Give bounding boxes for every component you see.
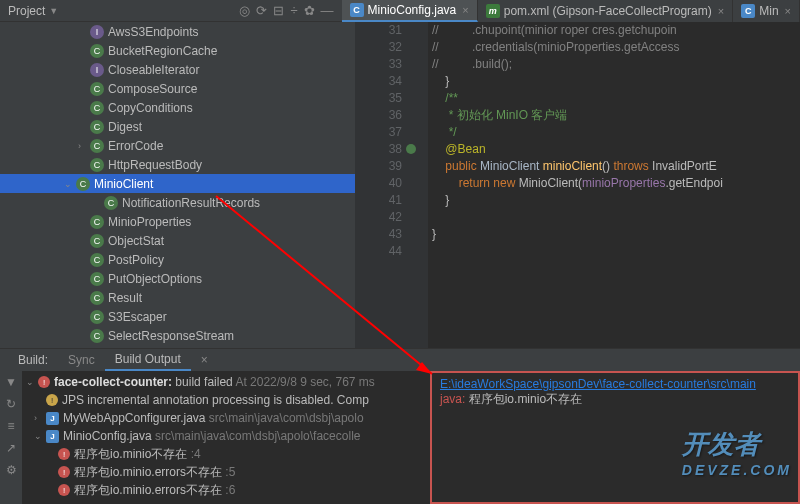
project-tree[interactable]: IAwsS3EndpointsCBucketRegionCacheIClosea… xyxy=(0,22,355,348)
tree-item-composesource[interactable]: CComposeSource xyxy=(0,79,355,98)
hide-icon[interactable]: — xyxy=(321,3,334,18)
gear-icon[interactable]: ⚙ xyxy=(6,463,17,477)
code-line[interactable]: */ xyxy=(432,124,800,141)
tree-item-minioproperties[interactable]: CMinioProperties xyxy=(0,212,355,231)
line-number: 39 xyxy=(355,158,402,175)
line-number: 36 xyxy=(355,107,402,124)
xml-file-icon: m xyxy=(486,4,500,18)
code-line[interactable]: public MinioClient minioClient() throws … xyxy=(432,158,800,175)
build-line[interactable]: !程序包io.minio.errors不存在 :5 xyxy=(26,463,426,481)
nav-icon[interactable]: ↗ xyxy=(6,441,16,455)
code-line[interactable]: } xyxy=(432,192,800,209)
tree-item-objectstat[interactable]: CObjectStat xyxy=(0,231,355,250)
tab-sync[interactable]: Sync xyxy=(58,349,105,371)
line-number: 37 xyxy=(355,124,402,141)
build-toolbar: ▼ ↻ ≡ ↗ ⚙ xyxy=(0,371,22,504)
project-title[interactable]: Project xyxy=(8,4,45,18)
class-icon: C xyxy=(90,139,104,153)
close-icon[interactable]: × xyxy=(191,349,218,371)
code-line[interactable]: /** xyxy=(432,90,800,107)
tree-item-closeableiterator[interactable]: ICloseableIterator xyxy=(0,60,355,79)
tree-item-errorcode[interactable]: ›CErrorCode xyxy=(0,136,355,155)
build-line[interactable]: ⌄JMinioConfig.java src\main\java\com\dsb… xyxy=(26,427,426,445)
build-panel: Build: Sync Build Output × ▼ ↻ ≡ ↗ ⚙ ⌄!f… xyxy=(0,348,800,504)
error-detail[interactable]: E:\ideaWorkSpace\gipsonDev\face-collect-… xyxy=(430,371,800,504)
line-number: 41 xyxy=(355,192,402,209)
tree-item-s3escaper[interactable]: CS3Escaper xyxy=(0,307,355,326)
tree-item-digest[interactable]: CDigest xyxy=(0,117,355,136)
tree-item-bucketregioncache[interactable]: CBucketRegionCache xyxy=(0,41,355,60)
tree-item-selectresponsestream[interactable]: CSelectResponseStream xyxy=(0,326,355,345)
class-icon: C xyxy=(90,101,104,115)
close-icon[interactable]: × xyxy=(785,5,791,17)
refresh-icon[interactable]: ⟳ xyxy=(256,3,267,18)
tree-item-putobjectoptions[interactable]: CPutObjectOptions xyxy=(0,269,355,288)
build-label: Build: xyxy=(8,349,58,371)
code-line[interactable] xyxy=(432,243,800,260)
class-icon: C xyxy=(90,120,104,134)
line-number: 44 xyxy=(355,243,402,260)
build-line[interactable]: ›JMyWebAppConfigurer.java src\main\java\… xyxy=(26,409,426,427)
class-icon: C xyxy=(90,234,104,248)
tab-pom-xml-gipson-facecollectprogram-[interactable]: mpom.xml (Gipson-FaceCollectProgram)× xyxy=(478,0,734,22)
close-icon[interactable]: × xyxy=(462,4,468,16)
line-number: 38 xyxy=(355,141,402,158)
class-icon: C xyxy=(90,310,104,324)
code-line[interactable]: // .build(); xyxy=(432,56,800,73)
build-line[interactable]: ⌄!face-collect-counter: build failed At … xyxy=(26,373,426,391)
java-file-icon: C xyxy=(350,3,364,17)
error-path[interactable]: E:\ideaWorkSpace\gipsonDev\face-collect-… xyxy=(440,377,790,391)
code-line[interactable]: } xyxy=(432,226,800,243)
tab-min[interactable]: CMin× xyxy=(733,0,800,22)
code-line[interactable] xyxy=(432,209,800,226)
tree-item-httprequestbody[interactable]: CHttpRequestBody xyxy=(0,155,355,174)
code-line[interactable]: @Bean xyxy=(432,141,800,158)
error-message: 程序包io.minio不存在 xyxy=(469,392,582,406)
settings-icon[interactable]: ✿ xyxy=(304,3,315,18)
class-icon: C xyxy=(90,82,104,96)
divide-icon[interactable]: ÷ xyxy=(290,3,297,18)
class-icon: C xyxy=(90,215,104,229)
class-icon: C xyxy=(90,272,104,286)
class-icon: C xyxy=(90,253,104,267)
code-line[interactable]: return new MinioClient(minioProperties.g… xyxy=(432,175,800,192)
build-line[interactable]: !程序包io.minio.errors不存在 :6 xyxy=(26,481,426,499)
gutter-markers xyxy=(410,22,428,348)
dropdown-icon[interactable]: ▼ xyxy=(49,6,58,16)
editor-tabs: CMinioConfig.java×mpom.xml (Gipson-FaceC… xyxy=(342,0,800,22)
editor[interactable]: 3132333435363738394041424344 // .chupoin… xyxy=(355,22,800,348)
tree-item-minioclient[interactable]: ⌄CMinioClient xyxy=(0,174,355,193)
error-icon: ! xyxy=(58,466,70,478)
tree-item-notificationresultrecords[interactable]: CNotificationResultRecords xyxy=(0,193,355,212)
chevron-icon: ⌄ xyxy=(34,431,46,441)
line-number: 33 xyxy=(355,56,402,73)
tab-build-output[interactable]: Build Output xyxy=(105,349,191,371)
error-prefix: java: xyxy=(440,392,465,406)
tree-item-result[interactable]: CResult xyxy=(0,288,355,307)
chevron-icon: › xyxy=(78,141,90,151)
code-line[interactable]: // .credentials(minioProperties.getAcces… xyxy=(432,39,800,56)
target-icon[interactable]: ◎ xyxy=(239,3,250,18)
error-icon: ! xyxy=(58,484,70,496)
tree-item-awss3endpoints[interactable]: IAwsS3Endpoints xyxy=(0,22,355,41)
tree-item-copyconditions[interactable]: CCopyConditions xyxy=(0,98,355,117)
build-line[interactable]: !程序包io.minio不存在 :4 xyxy=(26,445,426,463)
build-messages[interactable]: ⌄!face-collect-counter: build failed At … xyxy=(22,371,430,504)
filter-icon[interactable]: ▼ xyxy=(5,375,17,389)
expand-icon[interactable]: ≡ xyxy=(7,419,14,433)
line-number: 34 xyxy=(355,73,402,90)
class-icon: C xyxy=(90,291,104,305)
gutter: 3132333435363738394041424344 xyxy=(355,22,410,348)
class-icon: C xyxy=(104,196,118,210)
code-line[interactable]: // .chupoint(minior roper cres.getchupoi… xyxy=(432,22,800,39)
code-area[interactable]: // .chupoint(minior roper cres.getchupoi… xyxy=(428,22,800,348)
code-line[interactable]: * 初始化 MinIO 客户端 xyxy=(432,107,800,124)
line-number: 43 xyxy=(355,226,402,243)
build-line[interactable]: !JPS incremental annotation processing i… xyxy=(26,391,426,409)
tab-minioconfig-java[interactable]: CMinioConfig.java× xyxy=(342,0,478,22)
tree-item-postpolicy[interactable]: CPostPolicy xyxy=(0,250,355,269)
collapse-icon[interactable]: ⊟ xyxy=(273,3,284,18)
code-line[interactable]: } xyxy=(432,73,800,90)
reload-icon[interactable]: ↻ xyxy=(6,397,16,411)
close-icon[interactable]: × xyxy=(718,5,724,17)
